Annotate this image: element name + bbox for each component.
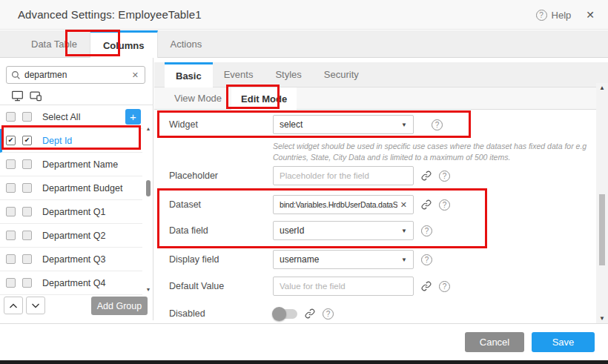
- tab-events[interactable]: Events: [213, 62, 265, 87]
- window-bottom-edge: [0, 360, 608, 364]
- tab-basic[interactable]: Basic: [165, 62, 213, 87]
- checkbox[interactable]: ✔: [22, 112, 32, 122]
- bind-icon[interactable]: [305, 308, 315, 319]
- help-label: Help: [552, 10, 572, 21]
- device-toggle-row: [0, 87, 153, 105]
- default-value-input[interactable]: [280, 282, 407, 291]
- list-item[interactable]: ✔ ✔ Department Name: [0, 153, 142, 176]
- scrollbar-thumb[interactable]: [599, 194, 605, 265]
- list-item-label: Department Q1: [42, 207, 105, 217]
- data-field-select[interactable]: userId ▼: [273, 221, 414, 240]
- field-label: Data field: [169, 225, 273, 236]
- dialog-footer: Cancel Save: [0, 323, 608, 360]
- bind-icon[interactable]: [421, 199, 432, 210]
- add-group-button[interactable]: Add Group: [91, 297, 148, 315]
- column-search: ✕: [6, 66, 145, 84]
- tab-security[interactable]: Security: [313, 62, 370, 87]
- list-item-dept-id[interactable]: ✔ ✔ Dept Id: [0, 129, 142, 153]
- checkbox[interactable]: ✔: [6, 231, 16, 240]
- dataset-input[interactable]: bind:Variables.HrdbUserData.dataSet ✕: [273, 195, 414, 214]
- disabled-toggle[interactable]: [273, 309, 297, 319]
- help-button[interactable]: ? Help: [536, 10, 572, 21]
- checkbox[interactable]: ✔: [6, 254, 16, 264]
- clear-search-icon[interactable]: ✕: [130, 70, 140, 80]
- search-icon: [11, 70, 21, 80]
- scroll-up-icon[interactable]: ▲: [596, 85, 608, 91]
- chevron-down-icon: [31, 302, 40, 309]
- clear-dataset-icon[interactable]: ✕: [400, 200, 407, 210]
- columns-sidebar: ✕ ✔ ✔ Select All + ✔ ✔ Dept Id ✔: [0, 58, 153, 320]
- column-list: ✔ ✔ Select All + ✔ ✔ Dept Id ✔ ✔ Departm…: [0, 105, 142, 295]
- tab-edit-mode[interactable]: Edit Mode: [231, 87, 297, 110]
- checkbox-checked[interactable]: ✔: [6, 136, 16, 145]
- scroll-down-icon[interactable]: ▼: [596, 315, 608, 322]
- page-title: Advanced Settings: EmployeeTable1: [18, 8, 202, 21]
- scrollbar-thumb[interactable]: [146, 180, 151, 196]
- checkbox[interactable]: ✔: [22, 254, 32, 264]
- list-item[interactable]: ✔ ✔ Department Q4: [0, 271, 142, 295]
- help-icon[interactable]: ?: [421, 225, 432, 236]
- move-up-button[interactable]: [4, 297, 23, 314]
- checkbox[interactable]: ✔: [22, 278, 32, 288]
- tab-data-table[interactable]: Data Table: [19, 30, 90, 57]
- list-item[interactable]: ✔ ✔ Department Budget: [0, 176, 142, 200]
- dropdown-caret-icon: ▼: [401, 257, 407, 263]
- checkbox[interactable]: ✔: [22, 231, 32, 240]
- checkbox[interactable]: ✔: [22, 183, 32, 193]
- help-icon[interactable]: ?: [421, 254, 432, 265]
- field-label: Placeholder: [169, 171, 273, 181]
- cancel-button[interactable]: Cancel: [465, 332, 524, 352]
- list-item[interactable]: ✔ ✔ Department Q2: [0, 224, 142, 248]
- list-item[interactable]: ✔ ✔ Department Q3: [0, 248, 142, 271]
- placeholder-input-wrap: [273, 166, 414, 185]
- scroll-down-icon[interactable]: ▼: [144, 287, 153, 292]
- close-icon[interactable]: ✕: [583, 7, 598, 22]
- mobile-devices-icon[interactable]: [29, 90, 43, 102]
- help-icon[interactable]: ?: [432, 119, 443, 130]
- bind-icon[interactable]: [421, 281, 432, 291]
- help-icon[interactable]: ?: [439, 281, 450, 292]
- list-item-label: Department Name: [42, 159, 118, 170]
- checkbox[interactable]: ✔: [6, 207, 16, 216]
- save-button[interactable]: Save: [532, 332, 595, 352]
- widget-helper-text: Select widget should be used in specific…: [273, 141, 608, 163]
- move-down-button[interactable]: [26, 297, 45, 314]
- panel-scrollbar[interactable]: ▲ ▼: [596, 83, 608, 323]
- widget-row: Widget select ▼ ?: [169, 115, 443, 134]
- bind-icon[interactable]: [421, 171, 432, 181]
- tab-actions[interactable]: Actions: [158, 30, 215, 57]
- disabled-row: Disabled ?: [169, 304, 334, 323]
- checkbox[interactable]: ✔: [6, 159, 16, 169]
- dialog-header: Advanced Settings: EmployeeTable1 ? Help…: [0, 0, 608, 30]
- advanced-settings-dialog: Advanced Settings: EmployeeTable1 ? Help…: [0, 0, 608, 364]
- help-icon[interactable]: ?: [323, 308, 334, 320]
- scroll-up-icon[interactable]: ▲: [144, 126, 153, 131]
- add-column-button[interactable]: +: [125, 109, 141, 125]
- desktop-icon[interactable]: [11, 90, 24, 102]
- help-icon[interactable]: ?: [439, 171, 450, 182]
- list-item[interactable]: ✔ ✔ Department Q1: [0, 200, 142, 224]
- list-item-select-all[interactable]: ✔ ✔ Select All +: [0, 105, 142, 129]
- placeholder-row: Placeholder ?: [169, 166, 450, 185]
- widget-select[interactable]: select ▼: [273, 115, 414, 134]
- tab-styles[interactable]: Styles: [264, 62, 312, 87]
- tab-view-mode[interactable]: View Mode: [165, 87, 231, 109]
- checkbox[interactable]: ✔: [22, 159, 32, 169]
- checkbox-checked[interactable]: ✔: [22, 136, 32, 145]
- display-field-select[interactable]: username ▼: [273, 250, 414, 269]
- help-icon[interactable]: ?: [439, 199, 450, 211]
- dataset-row: Dataset bind:Variables.HrdbUserData.data…: [169, 195, 450, 214]
- tab-columns[interactable]: Columns: [90, 30, 158, 58]
- help-icon: ?: [536, 10, 547, 21]
- checkbox[interactable]: ✔: [6, 112, 16, 122]
- field-label: Default Value: [169, 281, 273, 291]
- placeholder-input[interactable]: [280, 171, 407, 180]
- list-scrollbar[interactable]: ▲ ▼: [144, 126, 153, 292]
- display-field-row: Display field username ▼ ?: [169, 250, 432, 269]
- checkbox[interactable]: ✔: [22, 207, 32, 216]
- list-item-label: Dept Id: [42, 136, 72, 146]
- data-field-row: Data field userId ▼ ?: [169, 221, 432, 240]
- search-input[interactable]: [24, 70, 130, 80]
- checkbox[interactable]: ✔: [6, 183, 16, 193]
- checkbox[interactable]: ✔: [6, 278, 16, 288]
